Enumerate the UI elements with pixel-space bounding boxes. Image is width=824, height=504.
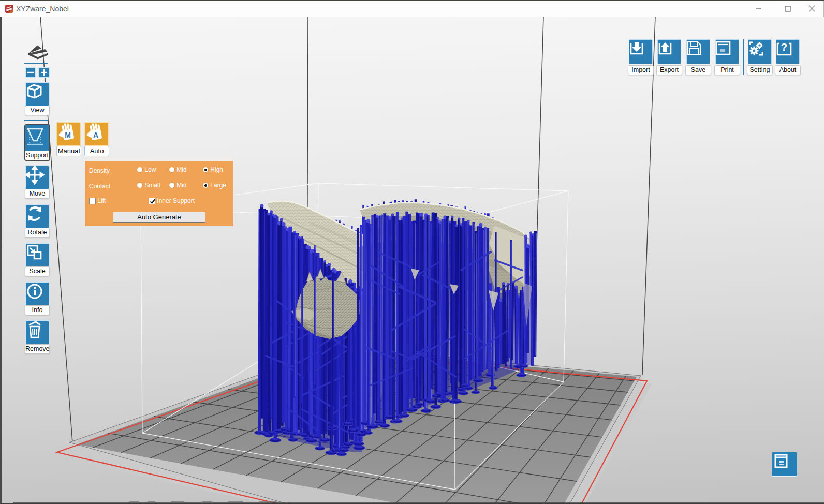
svg-text:A: A — [93, 131, 98, 139]
svg-text:M: M — [65, 131, 71, 139]
svg-text:?: ? — [781, 41, 788, 53]
